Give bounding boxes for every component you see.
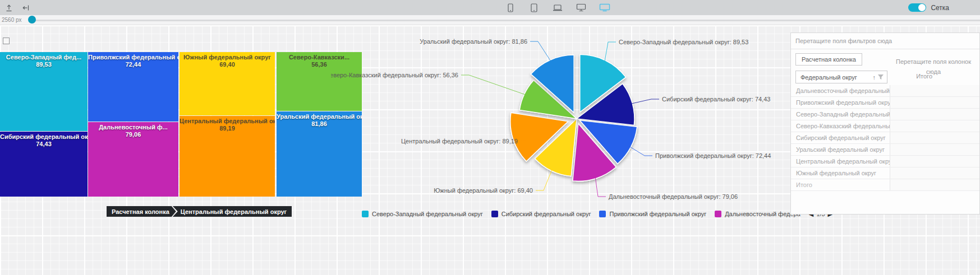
treemap-cell[interactable]: Северо-Западный фед...89,53 xyxy=(0,52,88,131)
table-row[interactable]: Дальневосточный федеральный округ xyxy=(791,85,979,97)
selection-handle[interactable] xyxy=(3,38,10,44)
row-dimension-cell: Южный федеральный округ xyxy=(791,167,890,179)
pie-label-leader-line xyxy=(629,146,652,156)
pie-slice-label: Уральский федеральный округ: 81,86 xyxy=(420,38,527,45)
treemap-cell-value: 69,40 xyxy=(180,61,275,68)
row-dimension-cell: Дальневосточный федеральный округ xyxy=(791,85,890,96)
device-monitor-icon[interactable] xyxy=(576,3,587,13)
dashboard-canvas: Северо-Западный фед...89,53Сибирский фед… xyxy=(0,25,980,275)
treemap-cell[interactable]: Дальневосточный ф...79,06 xyxy=(88,122,178,197)
legend-item-label: Северо-Западный федеральный округ xyxy=(372,211,483,217)
table-row[interactable]: Уральский федеральный округ xyxy=(791,144,979,156)
row-value-cell xyxy=(890,144,979,155)
pie-slice-label: Сибирский федеральный округ: 74,43 xyxy=(662,96,770,102)
treemap-cell-value: 79,06 xyxy=(88,131,178,138)
treemap-cell-value: 72,44 xyxy=(88,61,178,68)
legend-swatch xyxy=(715,211,721,217)
legend-item[interactable]: Северо-Западный федеральный округ xyxy=(362,211,483,217)
total-column-header: Итого xyxy=(916,73,932,80)
device-tablet-icon[interactable] xyxy=(528,3,540,13)
table-row[interactable]: Центральный федеральный округ xyxy=(791,156,979,167)
table-row[interactable]: Северо-Кавказский федеральный округ xyxy=(791,120,979,132)
width-ruler-bar: 2560 px xyxy=(0,15,980,25)
treemap-cell[interactable]: Центральный федеральный округ89,19 xyxy=(180,116,275,197)
legend-item-label: Дальневосточный федера xyxy=(725,211,800,217)
filters-placeholder: Перетащите поля фильтров сюда xyxy=(795,38,892,44)
table-row[interactable]: Приволжский федеральный округ xyxy=(791,97,979,109)
treemap-cell[interactable]: Сибирский федеральный округ74,43 xyxy=(0,132,88,197)
row-dimension-cell: Итого xyxy=(791,179,890,190)
row-value-cell xyxy=(890,167,979,179)
table-row[interactable]: Итого xyxy=(791,179,979,191)
pie-label-leader-line xyxy=(461,75,527,95)
pie-slice-label: Северо-Западный федеральный округ: 89,53 xyxy=(619,39,748,45)
legend-item[interactable]: Приволжский федеральный округ xyxy=(599,211,706,217)
publish-icon[interactable] xyxy=(4,3,13,12)
row-value-cell xyxy=(890,120,979,132)
row-value-cell xyxy=(890,97,979,108)
measure-chip[interactable]: Расчетная колонка xyxy=(795,53,862,66)
row-value-cell xyxy=(890,132,979,143)
treemap-cell-label: Сибирский федеральный округ xyxy=(0,133,88,141)
legend-swatch xyxy=(362,211,369,217)
table-rows: Дальневосточный федеральный округПриволж… xyxy=(791,85,979,191)
filter-funnel-icon[interactable] xyxy=(877,74,884,80)
pie-chart: Северо-Западный федеральный округ: 89,53… xyxy=(331,28,797,213)
row-dimension-cell: Северо-Западный федеральный округ xyxy=(791,109,890,120)
device-preview-group xyxy=(505,0,610,15)
row-value-cell xyxy=(890,179,979,190)
width-slider-track[interactable] xyxy=(31,20,980,21)
sort-asc-icon[interactable]: ↑ xyxy=(873,74,876,81)
filters-dropzone[interactable]: Перетащите поля фильтров сюда xyxy=(791,33,979,49)
pie-slice-label: Дальневосточный федеральный округ: 79,06 xyxy=(609,193,738,200)
pie-slice-label: Приволжский федеральный округ: 72,44 xyxy=(655,152,771,159)
legend-item-label: Приволжский федеральный округ xyxy=(609,211,706,217)
pie-slice-label: Центральный федеральный округ: 89,19 xyxy=(401,138,518,145)
treemap-cell[interactable]: Приволжский федеральный округ72,44 xyxy=(88,52,178,122)
legend-swatch xyxy=(491,211,498,217)
data-panel: Перетащите поля фильтров сюда Расчетная … xyxy=(790,32,980,215)
dimension-header[interactable]: Федеральный округ ↑ xyxy=(795,71,887,83)
width-slider-thumb[interactable] xyxy=(28,16,36,24)
device-phone-icon[interactable] xyxy=(505,3,516,13)
toolbar-left-group xyxy=(4,0,30,15)
pie-slice-label: Южный федеральный округ: 69,40 xyxy=(434,187,533,194)
canvas-width-label: 2560 px xyxy=(2,17,22,23)
pie-label-leader-line xyxy=(530,41,551,62)
device-large-display-icon[interactable] xyxy=(599,3,610,13)
table-row[interactable]: Сибирский федеральный округ xyxy=(791,132,979,144)
pie-legend: Северо-Западный федеральный округСибирск… xyxy=(362,208,790,220)
treemap-cell-label: Приволжский федеральный округ xyxy=(88,54,178,61)
row-dimension-cell: Сибирский федеральный округ xyxy=(791,132,890,143)
treemap-tooltip: Расчетная колонка Центральный федеральны… xyxy=(107,206,292,217)
grid-toggle-group: Сетка xyxy=(908,0,949,15)
toggle-knob xyxy=(918,4,926,11)
tooltip-field: Расчетная колонка xyxy=(107,206,176,217)
legend-item[interactable]: Дальневосточный федера xyxy=(715,211,800,217)
device-laptop-icon[interactable] xyxy=(552,3,563,13)
row-dimension-cell: Уральский федеральный округ xyxy=(791,144,890,155)
row-dimension-cell: Приволжский федеральный округ xyxy=(791,97,890,108)
top-toolbar: Сетка xyxy=(0,0,980,15)
pie-label-leader-line xyxy=(536,169,553,190)
treemap-cell[interactable]: Южный федеральный округ69,40 xyxy=(180,52,275,115)
treemap-cell-label: Южный федеральный округ xyxy=(180,54,275,61)
tooltip-value: Центральный федеральный округ xyxy=(173,206,292,217)
legend-item[interactable]: Сибирский федеральный округ xyxy=(491,211,591,217)
treemap-cell-label: Северо-Западный фед... xyxy=(0,54,88,61)
table-row[interactable]: Южный федеральный округ xyxy=(791,167,979,179)
treemap-chart: Северо-Западный фед...89,53Сибирский фед… xyxy=(0,52,362,197)
collapse-left-icon[interactable] xyxy=(21,3,30,12)
dimension-header-label: Федеральный округ xyxy=(800,74,873,81)
legend-item-label: Сибирский федеральный округ xyxy=(501,211,591,217)
table-row[interactable]: Северо-Западный федеральный округ xyxy=(791,109,979,120)
grid-toggle[interactable] xyxy=(908,3,926,12)
treemap-cell-label: Центральный федеральный округ xyxy=(180,118,275,125)
legend-swatch xyxy=(599,211,606,217)
pie-label-leader-line xyxy=(595,176,606,197)
table-header-row: Федеральный округ ↑ Итого xyxy=(791,71,979,85)
treemap-cell-label: Дальневосточный ф... xyxy=(88,124,178,131)
grid-toggle-label: Сетка xyxy=(931,4,949,12)
row-dimension-cell: Центральный федеральный округ xyxy=(791,156,890,167)
row-value-cell xyxy=(890,109,979,120)
